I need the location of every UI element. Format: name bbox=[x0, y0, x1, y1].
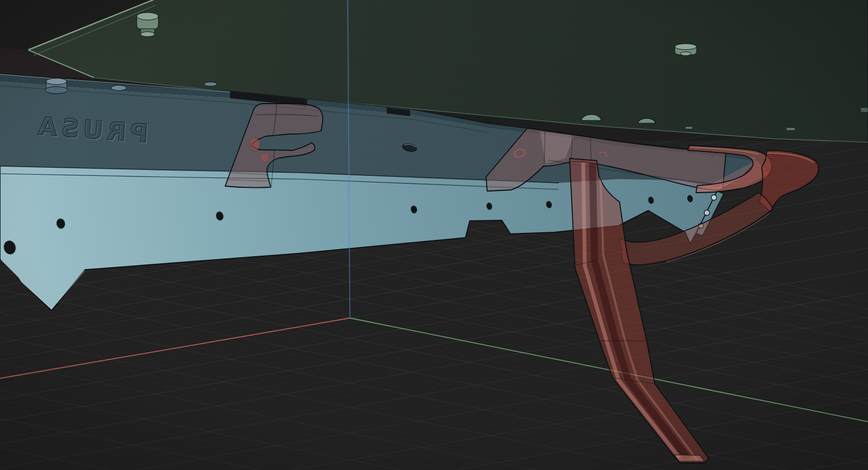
viewport-3d-scene[interactable]: PRUSA PRUSA bbox=[0, 0, 868, 470]
viewport-canvas[interactable]: PRUSA PRUSA bbox=[0, 0, 868, 470]
vignette-overlay bbox=[0, 0, 868, 470]
